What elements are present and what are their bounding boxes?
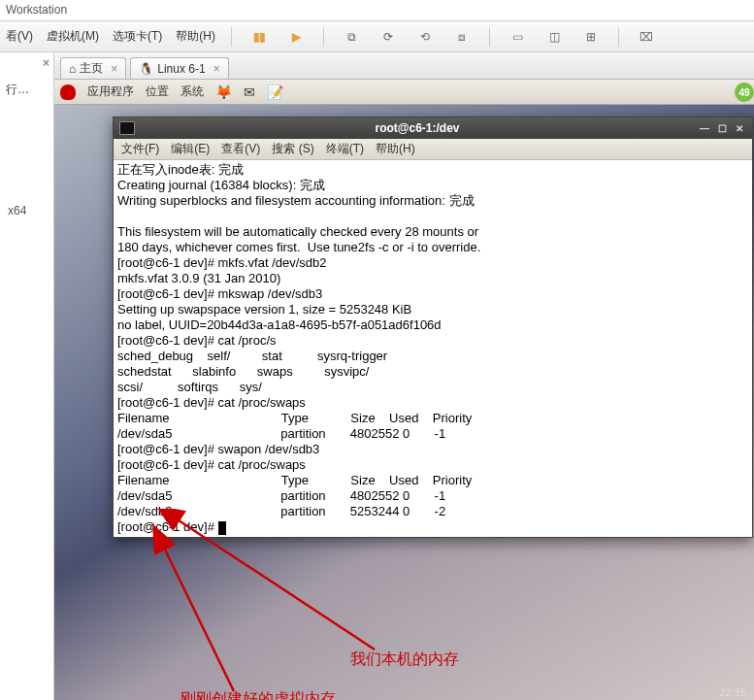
cursor bbox=[218, 521, 226, 535]
maximize-button[interactable]: ☐ bbox=[715, 121, 729, 135]
panel-close-icon[interactable]: × bbox=[43, 56, 49, 70]
term-menu-help[interactable]: 帮助(H) bbox=[376, 141, 415, 157]
snapshot-take-button[interactable]: ⟳ bbox=[377, 27, 400, 47]
thumbnail-button[interactable]: ⊞ bbox=[579, 27, 603, 47]
terminal-icon bbox=[119, 121, 135, 135]
firefox-icon[interactable]: 🦊 bbox=[215, 84, 232, 100]
term-menu-terminal[interactable]: 终端(T) bbox=[326, 141, 364, 157]
pause-button[interactable]: ▮▮ bbox=[247, 27, 271, 47]
clock: 22:15 bbox=[719, 686, 746, 698]
note-icon[interactable]: 📝 bbox=[267, 84, 283, 100]
minimize-button[interactable]: — bbox=[698, 121, 711, 135]
guest-menubar: 应用程序 位置 系统 🦊 ✉ 📝 49 bbox=[54, 80, 754, 105]
tab-label: 主页 bbox=[80, 60, 103, 77]
update-badge[interactable]: 49 bbox=[735, 83, 754, 102]
terminal-title: root@c6-1:/dev bbox=[141, 121, 694, 135]
svg-line-1 bbox=[163, 546, 234, 691]
vm-tabstrip: ⌂ 主页 × 🐧 Linux 6-1 × bbox=[54, 52, 754, 80]
terminal-output: 正在写入inode表: 完成 Creating journal (16384 b… bbox=[117, 162, 480, 518]
vm-viewport: ⌂ 主页 × 🐧 Linux 6-1 × 应用程序 位置 系统 🦊 ✉ 📝 49 bbox=[54, 52, 754, 700]
separator bbox=[323, 27, 324, 47]
mail-icon[interactable]: ✉ bbox=[244, 84, 255, 100]
terminal-prompt: [root@c6-1 dev]# bbox=[117, 519, 218, 534]
term-menu-view[interactable]: 查看(V) bbox=[221, 141, 260, 157]
panel-x64-label: x64 bbox=[8, 204, 26, 217]
console-button[interactable]: ⌧ bbox=[635, 27, 658, 47]
app-titlebar: Workstation bbox=[0, 0, 754, 21]
main-row: × 行… x64 ⌂ 主页 × 🐧 Linux 6-1 × 应用程序 位置 系统… bbox=[0, 52, 754, 700]
menu-vm[interactable]: 虚拟机(M) bbox=[47, 28, 99, 45]
annotation-host-memory: 我们本机的内存 bbox=[350, 650, 459, 670]
tab-home[interactable]: ⌂ 主页 × bbox=[60, 57, 126, 79]
terminal-menubar: 文件(F) 编辑(E) 查看(V) 搜索 (S) 终端(T) 帮助(H) bbox=[114, 139, 752, 160]
menu-tabs[interactable]: 选项卡(T) bbox=[113, 28, 162, 45]
terminal-body[interactable]: 正在写入inode表: 完成 Creating journal (16384 b… bbox=[114, 160, 752, 537]
unity-button[interactable]: ◫ bbox=[542, 27, 566, 47]
svg-line-0 bbox=[176, 518, 375, 650]
library-panel: × 行… x64 bbox=[0, 52, 54, 700]
term-menu-edit[interactable]: 编辑(E) bbox=[171, 141, 210, 157]
guest-menu-apps[interactable]: 应用程序 bbox=[87, 83, 134, 100]
menu-view[interactable]: 看(V) bbox=[6, 28, 33, 45]
tab-close-icon[interactable]: × bbox=[111, 62, 117, 76]
separator bbox=[231, 27, 232, 47]
separator bbox=[618, 27, 619, 47]
close-button[interactable]: ✕ bbox=[733, 121, 746, 135]
terminal-titlebar[interactable]: root@c6-1:/dev — ☐ ✕ bbox=[114, 117, 752, 139]
play-button[interactable]: ▶ bbox=[284, 27, 308, 47]
guest-menu-places[interactable]: 位置 bbox=[146, 83, 169, 100]
annotation-swap-memory: 刚刚创建好的虚拟内存 bbox=[180, 689, 336, 700]
linux-icon: 🐧 bbox=[139, 62, 153, 76]
fullscreen-button[interactable]: ▭ bbox=[506, 27, 529, 47]
snapshot-manage-button[interactable]: ⧈ bbox=[450, 27, 474, 47]
separator bbox=[489, 27, 490, 47]
snapshot-revert-button[interactable]: ⟲ bbox=[413, 27, 437, 47]
guest-menu-system[interactable]: 系统 bbox=[180, 83, 204, 100]
app-title: Workstation bbox=[6, 3, 67, 17]
panel-line: 行… bbox=[6, 82, 29, 98]
home-icon: ⌂ bbox=[69, 62, 76, 76]
terminal-window: root@c6-1:/dev — ☐ ✕ 文件(F) 编辑(E) 查看(V) 搜… bbox=[113, 117, 753, 538]
redhat-icon[interactable] bbox=[60, 84, 76, 100]
app-menubar: 看(V) 虚拟机(M) 选项卡(T) 帮助(H) ▮▮ ▶ ⧉ ⟳ ⟲ ⧈ ▭ … bbox=[0, 21, 754, 52]
term-menu-file[interactable]: 文件(F) bbox=[121, 141, 159, 157]
snapshot-button[interactable]: ⧉ bbox=[340, 27, 363, 47]
tab-linux[interactable]: 🐧 Linux 6-1 × bbox=[130, 57, 228, 79]
tab-label: Linux 6-1 bbox=[157, 62, 205, 76]
term-menu-search[interactable]: 搜索 (S) bbox=[272, 141, 313, 157]
tab-close-icon[interactable]: × bbox=[213, 62, 220, 76]
menu-help[interactable]: 帮助(H) bbox=[176, 28, 215, 45]
